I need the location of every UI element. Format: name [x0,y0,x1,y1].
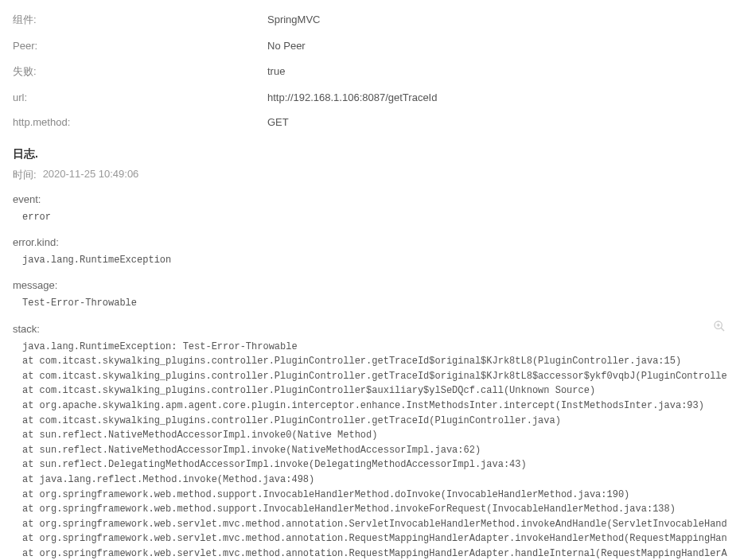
info-label: url: [13,91,267,103]
svg-line-1 [721,328,724,331]
info-label: 组件: [13,13,267,27]
log-field-value: error [13,210,727,225]
log-field-error-kind: error.kind: java.lang.RuntimeException [13,236,727,268]
stack-trace: java.lang.RuntimeException: Test-Error-T… [13,340,727,560]
info-row-url: url: http://192.168.1.106:8087/getTraceI… [13,85,727,110]
info-section: 组件: SpringMVC Peer: No Peer 失败: true url… [13,6,727,134]
log-time-value: 2020-11-25 10:49:06 [43,168,139,182]
log-field-label: stack: [13,323,727,335]
info-label: 失败: [13,64,267,79]
info-row-peer: Peer: No Peer [13,33,727,58]
info-value: SpringMVC [267,14,320,25]
log-field-label: event: [13,193,727,205]
zoom-icon[interactable] [713,320,726,332]
info-value: No Peer [267,40,306,52]
log-time-label: 时间: [13,168,37,182]
log-time-row: 时间: 2020-11-25 10:49:06 [13,168,727,182]
info-label: http.method: [13,116,267,128]
log-field-stack: stack: java.lang.RuntimeException: Test-… [13,323,727,560]
info-label: Peer: [13,40,267,52]
log-field-label: message: [13,279,727,291]
page-container: 组件: SpringMVC Peer: No Peer 失败: true url… [13,6,727,560]
log-section-title: 日志. [13,147,727,161]
log-field-value: java.lang.RuntimeException [13,253,727,268]
info-value: http://192.168.1.106:8087/getTraceId [267,91,437,103]
info-value: GET [267,116,289,128]
log-field-event: event: error [13,193,727,225]
info-row-http-method: http.method: GET [13,110,727,134]
info-row-component: 组件: SpringMVC [13,6,727,33]
info-value: true [267,65,285,77]
log-field-value: Test-Error-Throwable [13,296,727,311]
log-field-message: message: Test-Error-Throwable [13,279,727,311]
log-field-label: error.kind: [13,236,727,248]
info-row-failed: 失败: true [13,58,727,85]
